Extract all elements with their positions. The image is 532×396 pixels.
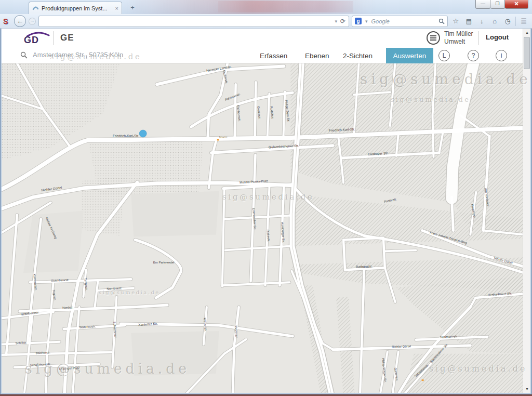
history-clock-icon[interactable]: ◷ xyxy=(502,17,513,25)
user-department: Umwelt xyxy=(444,38,473,46)
tab-close-icon[interactable]: × xyxy=(115,5,118,11)
tab-title: Produktgruppen im Syst... xyxy=(42,5,113,11)
bookmarks-list-icon[interactable]: ▤ xyxy=(463,18,474,25)
new-tab-button[interactable]: + xyxy=(126,4,139,12)
search-engine-placeholder: Google xyxy=(371,18,437,24)
help-button[interactable]: ? xyxy=(468,50,479,61)
url-history-caret-icon[interactable]: ▾ xyxy=(332,19,339,24)
hamburger-icon xyxy=(430,34,436,42)
web-page: GD GE Tim Müller Umwelt Logout xyxy=(2,29,530,393)
street-label: Schillstr. xyxy=(16,341,28,345)
tab-favicon xyxy=(32,5,39,11)
close-window-button[interactable]: ✕ xyxy=(505,0,528,9)
street-label: Barbarastr. xyxy=(356,265,373,269)
header-divider xyxy=(54,31,54,45)
url-bar[interactable]: ▾ ⟳ xyxy=(38,16,349,27)
downloads-icon[interactable]: ↓ xyxy=(476,17,487,25)
scroll-up-arrow[interactable]: ▲ xyxy=(523,29,530,36)
street-label: Riehler Gürtel xyxy=(392,345,411,348)
poi-tick[interactable] xyxy=(422,379,424,381)
search-engine-caret-icon[interactable]: ▾ xyxy=(363,19,370,24)
poi-tick[interactable] xyxy=(217,139,219,141)
search-icon xyxy=(20,51,28,59)
minimize-button[interactable]: — xyxy=(475,0,490,9)
page-scrollbar[interactable]: ▲ ▼ xyxy=(523,29,530,393)
browser-search-box[interactable]: g ▾ Google xyxy=(352,16,448,27)
forward-button[interactable]: → xyxy=(29,18,36,25)
street-label: Friedrich-Karl-Str. xyxy=(113,134,139,138)
map-svg: Friedrich-Karl-Str.Friedrich-Karl-Str.Ge… xyxy=(2,63,524,393)
menu-hamburger-icon[interactable]: ☰ xyxy=(518,17,529,25)
user-name: Tim Müller xyxy=(444,30,473,38)
app-shortcut-icon[interactable]: S xyxy=(3,17,11,25)
reload-icon[interactable]: ⟳ xyxy=(339,18,347,25)
logo-text: GD xyxy=(24,35,39,46)
search-magnifier-icon[interactable] xyxy=(438,18,445,24)
tab-ebenen[interactable]: Ebenen xyxy=(305,52,329,60)
street-label: Nordstr. xyxy=(62,306,74,309)
back-button[interactable]: ← xyxy=(14,15,26,27)
browser-titlebar: Produktgruppen im Syst... × + — ❐ ✕ xyxy=(0,0,532,14)
info-button[interactable]: i xyxy=(496,50,507,61)
user-menu-button[interactable] xyxy=(427,31,440,45)
user-info: Tim Müller Umwelt xyxy=(444,30,473,46)
browser-tab[interactable]: Produktgruppen im Syst... × xyxy=(29,2,122,14)
map-canvas[interactable]: Friedrich-Karl-Str.Friedrich-Karl-Str.Ge… xyxy=(2,63,524,393)
layer-tool-button[interactable]: L xyxy=(438,50,450,61)
address-search-input[interactable] xyxy=(32,50,188,59)
gd-logo[interactable]: GD xyxy=(23,32,51,45)
header-divider-2 xyxy=(478,31,478,45)
app-header: GD GE Tim Müller Umwelt Logout xyxy=(2,29,523,48)
tab-auswerten-active[interactable]: Auswerten xyxy=(386,48,433,63)
window-controls: — ❐ ✕ xyxy=(475,0,528,9)
location-marker[interactable] xyxy=(139,130,147,137)
street-label: Namibiastr. xyxy=(107,287,122,291)
app-navbar: Erfassen Ebenen 2-Sichten Auswerten L ? … xyxy=(2,48,523,63)
street-label: Usambarastr. xyxy=(51,279,70,282)
google-icon: g xyxy=(355,18,362,24)
tab-erfassen[interactable]: Erfassen xyxy=(260,52,287,60)
street-label: Blücherstr. xyxy=(35,351,50,354)
browser-toolbar: S ← → ▾ ⟳ g ▾ Google ☆ ▤ ↓ ⌂ ◷ ☰ xyxy=(0,14,532,29)
home-icon[interactable]: ⌂ xyxy=(489,17,500,25)
street-label: Niehl xyxy=(219,136,228,139)
scroll-thumb[interactable] xyxy=(524,37,530,69)
street-label: Em Parkveedel xyxy=(153,261,174,264)
logout-button[interactable]: Logout xyxy=(486,33,509,41)
browser-window: Produktgruppen im Syst... × + — ❐ ✕ S ← … xyxy=(0,0,532,396)
scroll-down-arrow[interactable]: ▼ xyxy=(523,385,530,393)
toolbar-separator xyxy=(515,17,516,26)
maximize-button[interactable]: ❐ xyxy=(490,0,505,9)
address-search[interactable] xyxy=(20,50,188,59)
tab-2-sichten[interactable]: 2-Sichten xyxy=(343,52,373,60)
product-code: GE xyxy=(60,33,74,43)
bookmark-star-icon[interactable]: ☆ xyxy=(450,17,461,25)
